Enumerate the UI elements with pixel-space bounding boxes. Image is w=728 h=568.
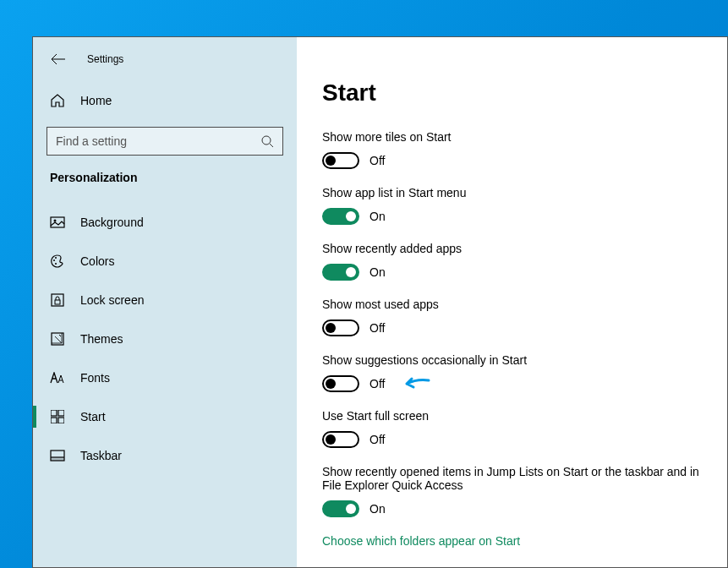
sidebar: Settings Home Personalization Background…	[33, 37, 297, 567]
themes-icon	[50, 331, 65, 347]
titlebar: Settings	[33, 44, 297, 83]
svg-point-4	[55, 257, 57, 259]
toggle-state-text: Off	[369, 321, 385, 335]
toggle-row: On	[322, 264, 702, 281]
fonts-icon	[50, 370, 65, 385]
svg-rect-11	[51, 418, 57, 423]
setting-label: Show suggestions occasionally in Start	[322, 353, 702, 367]
lock-frame-icon	[50, 292, 65, 308]
toggle-state-text: On	[369, 210, 386, 223]
setting-row: Show more tiles on StartOff	[322, 130, 702, 169]
setting-row: Show suggestions occasionally in StartOf…	[322, 353, 702, 392]
nav-label: Start	[80, 410, 106, 423]
setting-label: Show more tiles on Start	[322, 130, 702, 144]
search-input[interactable]	[56, 134, 255, 148]
nav-item-start[interactable]: Start	[33, 397, 297, 436]
nav-label: Colors	[80, 254, 114, 268]
back-arrow-icon	[51, 53, 66, 65]
start-icon	[50, 409, 65, 424]
toggle-row: On	[322, 500, 702, 517]
svg-point-5	[55, 263, 57, 265]
svg-rect-9	[51, 410, 57, 416]
search-icon	[260, 134, 274, 148]
svg-rect-12	[58, 418, 64, 423]
setting-label: Show most used apps	[322, 298, 702, 311]
toggle-row: Off	[322, 152, 702, 169]
toggle-row: Off	[322, 375, 702, 392]
folders-link[interactable]: Choose which folders appear on Start	[322, 534, 702, 548]
setting-label: Show recently opened items in Jump Lists…	[322, 465, 702, 492]
toggle-row: Off	[322, 431, 702, 448]
setting-row: Use Start full screenOff	[322, 409, 702, 448]
svg-point-2	[54, 220, 57, 222]
nav-item-colors[interactable]: Colors	[33, 242, 297, 281]
toggle-switch[interactable]	[322, 431, 359, 448]
settings-list: Show more tiles on StartOffShow app list…	[322, 130, 702, 517]
taskbar-icon	[50, 448, 65, 463]
nav-item-themes[interactable]: Themes	[33, 320, 297, 358]
nav-list: BackgroundColorsLock screenThemesFontsSt…	[33, 203, 297, 475]
nav-label: Taskbar	[80, 449, 122, 462]
section-header: Personalization	[33, 171, 297, 203]
nav-label: Background	[80, 216, 144, 229]
nav-label: Themes	[80, 332, 123, 346]
nav-label: Fonts	[80, 371, 110, 385]
back-button[interactable]	[50, 51, 67, 68]
toggle-switch[interactable]	[322, 264, 359, 281]
toggle-state-text: On	[369, 265, 386, 279]
setting-label: Use Start full screen	[322, 409, 702, 423]
setting-row: Show app list in Start menuOn	[322, 186, 702, 225]
toggle-state-text: Off	[369, 154, 385, 167]
home-label: Home	[80, 94, 112, 107]
nav-item-taskbar[interactable]: Taskbar	[33, 436, 297, 475]
settings-window: Settings Home Personalization Background…	[32, 36, 728, 568]
svg-point-3	[53, 259, 55, 261]
toggle-state-text: On	[369, 502, 386, 516]
toggle-switch[interactable]	[322, 500, 359, 517]
nav-item-lock-screen[interactable]: Lock screen	[33, 281, 297, 320]
picture-icon	[50, 215, 65, 230]
setting-row: Show recently opened items in Jump Lists…	[322, 465, 702, 517]
palette-icon	[50, 254, 65, 269]
toggle-switch[interactable]	[322, 152, 359, 169]
setting-label: Show recently added apps	[322, 242, 702, 255]
toggle-switch[interactable]	[322, 208, 359, 225]
svg-rect-7	[55, 300, 60, 304]
page-title: Start	[322, 79, 702, 106]
toggle-switch[interactable]	[322, 320, 359, 336]
toggle-state-text: Off	[369, 433, 385, 446]
setting-label: Show app list in Start menu	[322, 186, 702, 199]
svg-point-0	[262, 136, 271, 145]
toggle-state-text: Off	[369, 377, 385, 390]
content-pane: Start Show more tiles on StartOffShow ap…	[297, 37, 727, 567]
search-box[interactable]	[47, 127, 283, 156]
toggle-switch[interactable]	[322, 375, 359, 392]
window-title: Settings	[87, 53, 123, 65]
sidebar-home[interactable]: Home	[33, 83, 297, 118]
setting-row: Show most used appsOff	[322, 298, 702, 336]
nav-item-fonts[interactable]: Fonts	[33, 358, 297, 397]
toggle-row: Off	[322, 320, 702, 336]
setting-row: Show recently added appsOn	[322, 242, 702, 281]
toggle-row: On	[322, 208, 702, 225]
nav-label: Lock screen	[80, 293, 144, 307]
home-icon	[50, 93, 65, 108]
svg-rect-10	[58, 410, 64, 416]
nav-item-background[interactable]: Background	[33, 203, 297, 242]
annotation-arrow-icon	[400, 375, 430, 392]
